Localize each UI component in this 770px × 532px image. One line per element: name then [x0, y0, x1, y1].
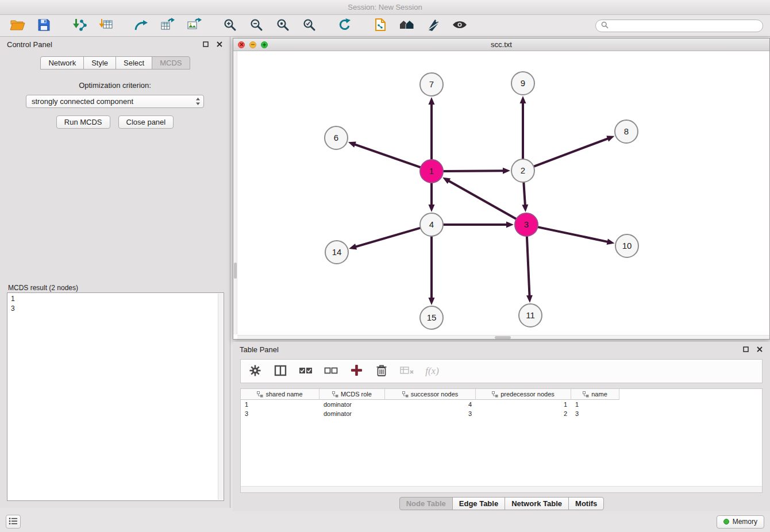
table-row[interactable]: 1dominator411	[241, 400, 762, 409]
column-header-MCDS-role[interactable]: MCDS role	[319, 389, 385, 400]
zoom-fit-button[interactable]	[272, 17, 293, 34]
network-vertical-scrollbar[interactable]	[233, 51, 237, 334]
table-cell[interactable]: dominator	[319, 401, 385, 408]
table-cell[interactable]: 1	[241, 401, 319, 408]
close-window-icon[interactable]	[238, 41, 245, 48]
refresh-view-button[interactable]	[334, 17, 355, 34]
visual-style-button[interactable]	[423, 17, 444, 34]
tab-style[interactable]: Style	[83, 56, 116, 70]
select-all-columns-button[interactable]	[298, 363, 313, 380]
table-cell[interactable]: 2	[476, 410, 571, 417]
export-network-button[interactable]	[131, 17, 152, 34]
save-session-button[interactable]	[33, 17, 54, 34]
import-table-icon	[98, 18, 113, 33]
minimize-window-icon[interactable]	[249, 41, 256, 48]
close-panel-button[interactable]: Close panel	[118, 115, 174, 129]
mcds-result-title: MCDS result (2 nodes)	[7, 284, 224, 292]
tab-motifs[interactable]: Motifs	[568, 497, 604, 510]
close-table-panel-icon[interactable]	[756, 346, 763, 353]
export-table-icon	[160, 18, 175, 33]
graph-edge-1-6[interactable]	[353, 144, 421, 168]
mcds-result-scrollbar[interactable]	[218, 294, 223, 500]
import-table-button[interactable]	[95, 17, 116, 34]
create-column-button[interactable]	[349, 363, 364, 380]
tab-network-table[interactable]: Network Table	[505, 497, 569, 510]
open-session-button[interactable]	[7, 17, 28, 34]
optimization-criterion-value: strongly connected component	[32, 97, 133, 106]
graph-edge-4-14[interactable]	[355, 228, 421, 248]
window-title: Session: New Session	[348, 3, 422, 11]
graph-edge-3-11[interactable]	[527, 236, 530, 297]
graph-edge-3-1[interactable]	[448, 180, 517, 219]
search-box[interactable]	[595, 20, 763, 32]
optimization-criterion-select[interactable]: strongly connected component	[26, 95, 204, 108]
clipboard-button[interactable]	[370, 17, 391, 34]
unselect-all-columns-button[interactable]	[324, 363, 338, 380]
delete-column-button[interactable]	[374, 363, 389, 380]
view-toolbar-group	[370, 17, 470, 34]
column-header-label: MCDS role	[341, 391, 372, 398]
tab-node-table[interactable]: Node Table	[399, 497, 453, 510]
horizontal-scroll-thumb[interactable]	[495, 336, 511, 339]
tab-edge-table[interactable]: Edge Table	[452, 497, 505, 510]
save-disk-icon	[37, 18, 51, 33]
graph-node-label: 2	[521, 165, 525, 175]
table-horizontal-scrollbar[interactable]	[241, 486, 762, 492]
clipboard-icon	[374, 18, 387, 33]
tab-network[interactable]: Network	[40, 56, 84, 70]
main-toolbar	[0, 15, 770, 37]
table-settings-button[interactable]	[248, 363, 263, 380]
float-table-panel-icon[interactable]	[742, 346, 749, 353]
window-titlebar[interactable]: Session: New Session	[0, 0, 770, 15]
maximize-window-icon[interactable]	[261, 41, 268, 48]
table-cell[interactable]: 3	[385, 410, 476, 417]
function-builder-button[interactable]: f(x)	[425, 363, 440, 380]
zoom-out-icon	[250, 18, 263, 33]
graph-edge-2-8[interactable]	[534, 138, 609, 167]
export-image-button[interactable]	[184, 17, 205, 34]
column-header-shared-name[interactable]: shared name	[241, 389, 319, 400]
column-header-successor-nodes[interactable]: successor nodes	[385, 389, 476, 400]
select-all-icon	[299, 367, 313, 376]
network-canvas[interactable]: 7968124314101511	[233, 51, 769, 339]
run-mcds-button[interactable]: Run MCDS	[56, 115, 110, 129]
search-input[interactable]	[611, 22, 757, 30]
graph-node-label: 4	[429, 219, 434, 229]
graph-edge-arrow	[522, 205, 528, 212]
tab-mcds[interactable]: MCDS	[152, 56, 190, 70]
network-horizontal-scrollbar[interactable]	[237, 335, 769, 339]
close-panel-icon[interactable]	[216, 41, 223, 48]
export-table-button[interactable]	[157, 17, 178, 34]
graph-edge-2-3[interactable]	[523, 182, 525, 206]
delete-table-button[interactable]	[399, 363, 414, 380]
float-panel-icon[interactable]	[202, 41, 209, 48]
zoom-selected-button[interactable]	[299, 17, 319, 34]
zoom-in-button[interactable]	[220, 17, 240, 34]
table-cell[interactable]: 3	[571, 410, 619, 417]
tab-select[interactable]: Select	[116, 56, 152, 70]
graph-edge-3-10[interactable]	[538, 227, 609, 242]
show-hide-graphics-button[interactable]	[449, 17, 470, 34]
mcds-result-item[interactable]: 3	[11, 304, 220, 314]
show-panels-button[interactable]	[6, 515, 21, 529]
table-cell[interactable]: 3	[241, 410, 319, 417]
table-cell[interactable]: 1	[571, 401, 619, 408]
graph-edge-1-2[interactable]	[443, 171, 505, 171]
column-header-name[interactable]: name	[571, 389, 619, 400]
table-row[interactable]: 3dominator323	[241, 409, 762, 418]
column-header-predecessor-nodes[interactable]: predecessor nodes	[476, 389, 571, 400]
vertical-scroll-thumb[interactable]	[234, 263, 237, 279]
import-network-button[interactable]	[69, 17, 90, 34]
network-overview-button[interactable]	[396, 17, 417, 34]
graph-edge-arrow	[429, 205, 435, 212]
network-window-titlebar[interactable]: scc.txt	[233, 38, 769, 51]
visual-style-icon	[426, 18, 440, 33]
show-columns-button[interactable]	[273, 363, 288, 380]
memory-button[interactable]: Memory	[717, 515, 764, 529]
zoom-toolbar-group	[220, 17, 319, 34]
table-cell[interactable]: dominator	[319, 410, 385, 417]
zoom-out-button[interactable]	[246, 17, 267, 34]
mcds-result-item[interactable]: 1	[11, 294, 220, 304]
table-cell[interactable]: 1	[476, 401, 571, 408]
table-cell[interactable]: 4	[385, 401, 476, 408]
